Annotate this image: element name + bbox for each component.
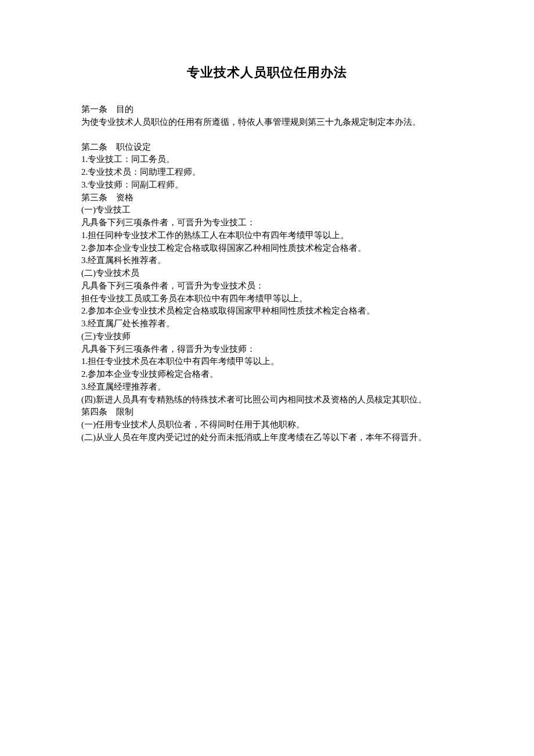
body-line: (二)专业技术员 [64,267,470,280]
body-line: 凡具备下列三项条件者，可晋升为专业技术员： [64,280,470,293]
body-line: 2.参加本企业专业技工检定合格或取得国家乙种相同性质技术检定合格者。 [64,242,470,255]
body-line: 凡具备下列三项条件者，得晋升为专业技师： [64,343,470,356]
body-line: 2.专业技术员：同助理工程师。 [64,166,470,179]
body-line: (一)专业技工 [64,204,470,217]
body-line: 3.经直属经理推荐者。 [64,381,470,394]
body-line: 为使专业技术人员职位的任用有所遵循，特依人事管理规则第三十九条规定制定本办法。 [64,116,470,129]
body-line: 第一条 目的 [64,103,470,116]
body-line: (三)专业技师 [64,330,470,343]
body-line: 第四条 限制 [64,406,470,419]
body-line: 2.参加本企业专业技师检定合格者。 [64,368,470,381]
body-line: 第二条 职位设定 [64,141,470,154]
body-line: 3.经直属厂处长推荐者。 [64,318,470,330]
body-line: (四)新进人员具有专精熟练的特殊技术者可比照公司内相同技术及资格的人员核定其职位… [64,394,470,406]
body-line: 2.参加本企业专业技术员检定合格或取得国家甲种相同性质技术检定合格者。 [64,305,470,318]
body-line: 1.担任专业技术员在本职位中有四年考绩甲等以上。 [64,355,470,368]
body-line: 1.担任同种专业技术工作的熟练工人在本职位中有四年考绩甲等以上。 [64,229,470,242]
document-title: 专业技术人员职位任用办法 [64,64,470,81]
blank-line [64,129,470,141]
body-line: (一)任用专业技术人员职位者，不得同时任用于其他职称。 [64,419,470,431]
body-line: 第三条 资格 [64,192,470,204]
body-line: (二)从业人员在年度内受记过的处分而未抵消或上年度考绩在乙等以下者，本年不得晋升… [64,431,470,444]
body-line: 凡具备下列三项条件者，可晋升为专业技工： [64,217,470,229]
body-line: 3.经直属科长推荐者。 [64,254,470,267]
document-body: 第一条 目的为使专业技术人员职位的任用有所遵循，特依人事管理规则第三十九条规定制… [64,103,470,444]
body-line: 担任专业技工员或工务员在本职位中有四年考绩甲等以上。 [64,293,470,305]
body-line: 1.专业技工：同工务员。 [64,153,470,166]
body-line: 3.专业技师：同副工程师。 [64,179,470,192]
